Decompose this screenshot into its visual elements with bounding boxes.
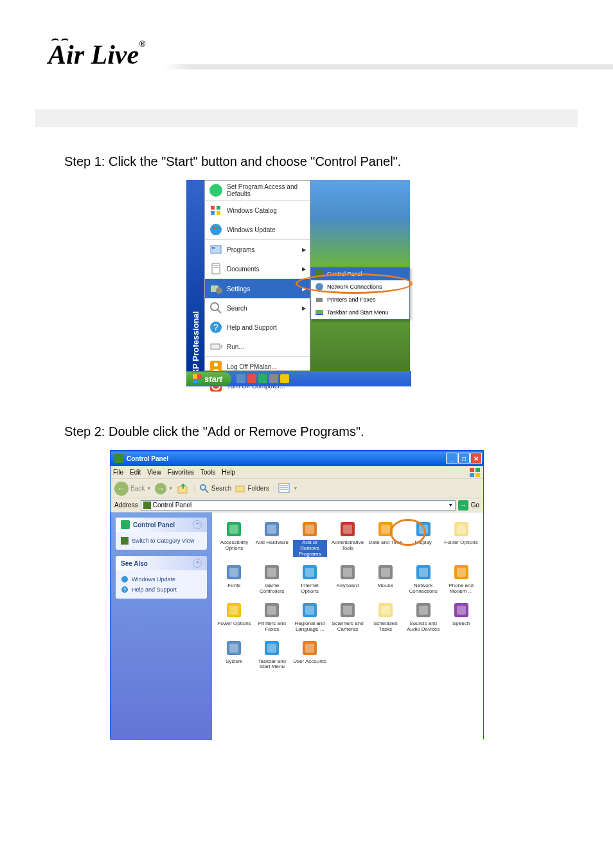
up-button[interactable] xyxy=(177,482,190,495)
svg-rect-80 xyxy=(305,606,314,615)
tray-icon-2[interactable] xyxy=(258,374,267,383)
tray-icon-1[interactable] xyxy=(247,374,256,383)
controlpanel-icon xyxy=(143,502,151,509)
submenu-network-connections[interactable]: Network Connections xyxy=(311,280,409,293)
switch-category-view[interactable]: Switch to Category View xyxy=(121,536,202,546)
mouse-icon xyxy=(377,563,395,581)
programs-icon xyxy=(209,242,223,257)
cp-item-game-controllers[interactable]: Game Controllers xyxy=(254,562,290,596)
tray-icon-3[interactable] xyxy=(269,374,278,383)
submenu-printers-faxes[interactable]: Printers and Faxes xyxy=(311,293,409,306)
cp-item-accessibility-options[interactable]: Accessibility Options xyxy=(216,519,253,558)
cp-item-keyboard[interactable]: Keyboard xyxy=(330,562,366,596)
svg-rect-92 xyxy=(267,644,276,653)
arrow-right-icon: ▶ xyxy=(302,266,306,272)
start-item-run[interactable]: Run... xyxy=(205,337,310,357)
address-input[interactable]: Control Panel ▼ xyxy=(141,500,456,511)
svg-rect-2 xyxy=(217,206,220,210)
start-item-windows-update[interactable]: Windows Update xyxy=(205,220,310,240)
menu-edit[interactable]: Edit xyxy=(130,469,141,476)
search-button[interactable]: Search xyxy=(199,484,232,494)
start-button[interactable]: start xyxy=(186,372,231,386)
cp-item-system[interactable]: System xyxy=(216,638,253,672)
search-icon xyxy=(199,484,209,494)
svg-rect-58 xyxy=(419,525,428,534)
cp-item-label: User Accounts xyxy=(293,659,326,665)
start-item-windows-catalog[interactable]: Windows Catalog xyxy=(205,201,310,220)
decorative-band xyxy=(35,109,578,127)
collapse-icon[interactable]: ⌃ xyxy=(193,559,202,568)
svg-point-26 xyxy=(315,283,323,291)
search-icon xyxy=(209,301,223,315)
submenu-control-panel[interactable]: Control Panel xyxy=(311,267,409,280)
administrative-tools-icon xyxy=(339,520,357,538)
cp-item-add-hardware[interactable]: Add Hardware xyxy=(254,519,290,558)
menu-help[interactable]: Help xyxy=(222,469,235,476)
svg-point-14 xyxy=(216,287,222,294)
folders-button[interactable]: Folders xyxy=(235,484,269,494)
start-item-documents[interactable]: Documents ▶ xyxy=(205,259,310,279)
menu-file[interactable]: File xyxy=(113,469,123,476)
cp-item-mouse[interactable]: Mouse xyxy=(367,562,404,596)
side-link-windows-update[interactable]: Windows Update xyxy=(121,574,202,584)
speech-icon xyxy=(452,601,470,619)
cp-item-phone-modem[interactable]: Phone and Modem ... xyxy=(443,562,479,596)
cp-item-sounds-audio[interactable]: Sounds and Audio Devices xyxy=(405,600,441,634)
views-button[interactable]: ▼ xyxy=(278,483,298,494)
power-options-icon xyxy=(225,601,243,619)
cp-item-administrative-tools[interactable]: Administrative Tools xyxy=(330,519,366,558)
cp-item-label: Speech xyxy=(452,621,470,627)
regional-language-icon xyxy=(301,601,319,619)
add-hardware-icon xyxy=(263,520,281,538)
menu-tools[interactable]: Tools xyxy=(200,469,215,476)
maximize-button[interactable]: □ xyxy=(458,453,470,464)
minimize-button[interactable]: _ xyxy=(446,453,458,464)
ie-icon[interactable] xyxy=(236,374,245,383)
cp-item-scanners-cameras[interactable]: Scanners and Cameras xyxy=(330,600,366,634)
start-item-programs[interactable]: Programs ▶ xyxy=(205,240,310,259)
svg-rect-42 xyxy=(143,502,151,509)
cp-item-label: Keyboard xyxy=(337,583,359,589)
cp-item-regional-language[interactable]: Regional and Language ... xyxy=(292,600,328,634)
start-item-search[interactable]: Search ▶ xyxy=(205,298,310,318)
side-head-control-panel[interactable]: Control Panel ⌃ xyxy=(116,518,207,532)
side-box-control-panel: Control Panel ⌃ Switch to Category View xyxy=(116,518,207,550)
start-item-help[interactable]: ? Help and Support xyxy=(205,318,310,337)
cp-item-label: Date and Time xyxy=(369,540,402,546)
window-titlebar[interactable]: Control Panel _ □ ✕ xyxy=(111,451,483,466)
chevron-down-icon[interactable]: ▼ xyxy=(449,503,453,507)
collapse-icon[interactable]: ⌃ xyxy=(193,520,202,529)
cp-item-fonts[interactable]: Fonts xyxy=(216,562,253,596)
svg-rect-60 xyxy=(457,525,466,534)
cp-item-folder-options[interactable]: Folder Options xyxy=(443,519,479,558)
cp-item-power-options[interactable]: Power Options xyxy=(216,600,253,634)
system-icon xyxy=(225,639,243,657)
cp-item-scheduled-tasks[interactable]: Scheduled Tasks xyxy=(367,600,404,634)
windows-flag-icon xyxy=(193,374,202,383)
forward-button[interactable]: → ▼ xyxy=(155,483,173,494)
close-button[interactable]: ✕ xyxy=(470,453,482,464)
cp-item-display[interactable]: Display xyxy=(405,519,441,558)
go-button[interactable]: → xyxy=(458,500,468,511)
menu-favorites[interactable]: Favorites xyxy=(168,469,194,476)
cp-item-add-remove-programs[interactable]: Add or Remove Programs xyxy=(292,519,328,558)
cp-item-taskbar-start-menu[interactable]: Taskbar and Start Menu xyxy=(254,638,290,672)
menu-view[interactable]: View xyxy=(147,469,161,476)
start-item-set-program-access[interactable]: Set Program Access and Defaults xyxy=(205,181,310,201)
cp-item-user-accounts[interactable]: User Accounts xyxy=(292,638,328,672)
cp-item-printers-faxes[interactable]: Printers and Faxes xyxy=(254,600,290,634)
printer-icon xyxy=(315,295,324,304)
cp-item-network-connections[interactable]: Network Connections xyxy=(405,562,441,596)
cp-item-speech[interactable]: Speech xyxy=(443,600,479,634)
cp-item-internet-options[interactable]: Internet Options xyxy=(292,562,328,596)
cp-item-date-and-time[interactable]: Date and Time xyxy=(367,519,404,558)
user-accounts-icon xyxy=(301,639,319,657)
start-item-settings[interactable]: Settings ▶ xyxy=(205,279,310,298)
svg-rect-94 xyxy=(305,644,314,653)
cp-item-label: Internet Options xyxy=(293,583,327,595)
tray-icon-4[interactable] xyxy=(280,374,289,383)
side-head-see-also[interactable]: See Also ⌃ xyxy=(116,556,207,570)
side-link-help-support[interactable]: ? Help and Support xyxy=(121,584,202,595)
back-button[interactable]: ← Back ▼ xyxy=(114,482,151,496)
submenu-taskbar-start[interactable]: Taskbar and Start Menu xyxy=(311,306,409,319)
